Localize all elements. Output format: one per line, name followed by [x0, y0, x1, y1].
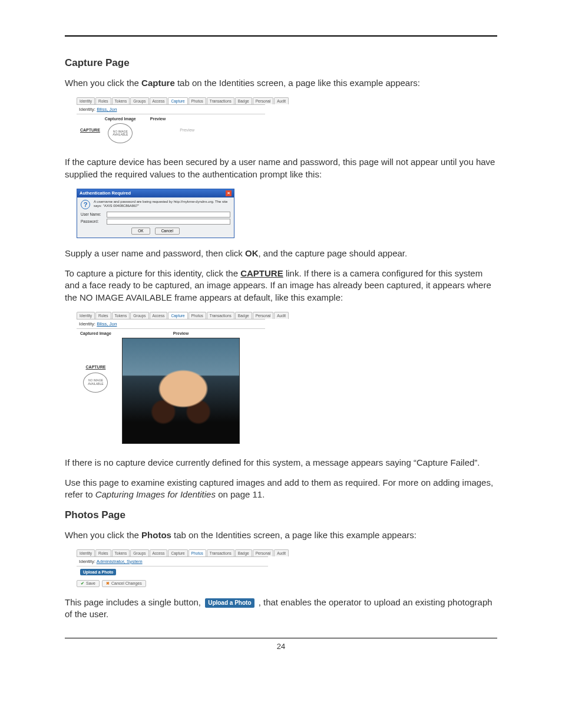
tab-groups[interactable]: Groups [130, 97, 148, 104]
figure4-tabs: Identity Roles Tokens Groups Access Capt… [77, 549, 268, 557]
figure1-tabs: Identity Roles Tokens Groups Access Capt… [77, 97, 265, 105]
xref-capturing-images: Capturing Images for Identities [95, 489, 216, 499]
heading-photos-page: Photos Page [65, 509, 497, 521]
figure3-identity-link[interactable]: Bliss, Jon [97, 321, 117, 327]
inline-upload-photo-button[interactable]: Upload a Photo [205, 598, 254, 608]
upload-photo-button[interactable]: Upload a Photo [80, 569, 116, 575]
check-icon: ✔ [81, 581, 84, 586]
tab-roles[interactable]: Roles [95, 97, 111, 104]
figure3-col-preview: Preview [122, 331, 240, 335]
figure3-no-image-oval: NO IMAGE AVAILABLE [83, 373, 108, 393]
tab-transactions[interactable]: Transactions [207, 97, 234, 104]
para-capture-failed: If there is no capture device currently … [65, 457, 497, 469]
figure-photos-page: Identity Roles Tokens Groups Access Capt… [77, 549, 497, 587]
save-button[interactable]: ✔Save [77, 580, 100, 587]
tab-identity[interactable]: Identity [77, 97, 95, 104]
auth-cancel-button[interactable]: Cancel [155, 228, 180, 235]
figure3-col-captured: Captured Image [80, 331, 111, 335]
figure-capture-empty: Identity Roles Tokens Groups Access Capt… [77, 97, 497, 147]
figure1-capture-link[interactable]: CAPTURE [80, 128, 100, 132]
auth-message: A username and password are being reques… [94, 200, 230, 209]
para-auth-prompt: If the capture device has been secured b… [65, 156, 497, 180]
figure1-col-preview: Preview [150, 117, 166, 121]
auth-ok-button[interactable]: OK [131, 228, 150, 235]
figure3-capture-link[interactable]: CAPTURE [80, 365, 111, 369]
para-examine-images: Use this page to examine existing captur… [65, 477, 497, 501]
para-capture-intro: When you click the Capture tab on the Id… [65, 77, 497, 89]
no-image-oval: NO IMAGE AVAILABLE [108, 123, 133, 143]
tab-access[interactable]: Access [150, 97, 168, 104]
auth-title-text: Authentication Required [80, 190, 131, 196]
question-icon: ? [81, 200, 90, 209]
para-photos-intro: When you click the Photos tab on the Ide… [65, 529, 497, 541]
heading-capture-page: Capture Page [65, 57, 497, 69]
figure4-identity-line: Identity: Administrator, System [77, 557, 268, 566]
figure4-identity-link[interactable]: Administrator, System [97, 559, 143, 564]
tab-capture[interactable]: Capture [168, 97, 187, 104]
figure-auth-dialog: Authentication Required × ? A username a… [77, 189, 497, 238]
figure3-identity-line: Identity: Bliss, Jon [77, 319, 265, 329]
figure3-tabs: Identity Roles Tokens Groups Access Capt… [77, 312, 265, 319]
page-number: 24 [277, 642, 285, 651]
preview-photo-image [122, 338, 240, 444]
tab-badge[interactable]: Badge [235, 97, 252, 104]
capture-link-text: CAPTURE [240, 268, 283, 278]
cancel-changes-button[interactable]: ✖Cancel Changes [102, 580, 146, 587]
figure1-col-captured: Captured Image [105, 117, 136, 121]
tab-tokens[interactable]: Tokens [112, 97, 130, 104]
tab-audit[interactable]: Audit [274, 97, 289, 104]
bold-capture: Capture [141, 78, 175, 88]
tab-photos[interactable]: Photos [189, 97, 206, 104]
auth-password-input[interactable] [107, 219, 230, 225]
para-supply-credentials: Supply a user name and password, then cl… [65, 248, 497, 259]
auth-username-input[interactable] [107, 212, 230, 218]
close-icon[interactable]: × [226, 190, 232, 196]
footer: 24 [65, 638, 497, 651]
figure1-identity-line: Identity: Bliss, Jon [77, 105, 265, 114]
figure-capture-preview: Identity Roles Tokens Groups Access Capt… [77, 312, 497, 447]
tab-personal[interactable]: Personal [253, 97, 274, 104]
auth-username-label: User Name: [81, 212, 104, 216]
para-upload-button-desc: This page includes a single button, Uplo… [65, 597, 497, 621]
auth-titlebar: Authentication Required × [77, 189, 234, 197]
figure1-identity-link[interactable]: Bliss, Jon [97, 107, 117, 112]
auth-password-label: Password: [81, 219, 104, 223]
para-click-capture: To capture a picture for this identity, … [65, 268, 497, 304]
figure1-preview-disabled: Preview [180, 128, 194, 132]
top-rule [65, 35, 497, 37]
x-icon: ✖ [106, 581, 110, 586]
